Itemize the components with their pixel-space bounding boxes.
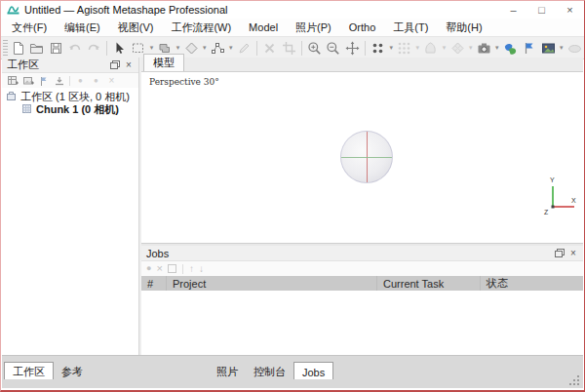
workspace-panel-titlebar: 工作区 × xyxy=(2,58,138,73)
job-detach-icon xyxy=(168,264,176,273)
select-arrow-icon[interactable] xyxy=(110,38,129,58)
edit-vertices-icon[interactable] xyxy=(209,38,227,58)
jobs-column-project[interactable]: Project xyxy=(167,276,377,291)
menu-tools[interactable]: 工具(T) xyxy=(384,19,437,37)
title-bar: Untitled — Agisoft Metashape Professiona… xyxy=(1,1,584,19)
axis-y-label: Y xyxy=(550,176,555,183)
toolbar-separator xyxy=(301,41,302,56)
workspace-tree: 工作区 (1 区块, 0 相机) Chunk 1 (0 相机) xyxy=(2,88,138,356)
workspace-panel-title: 工作区 xyxy=(7,58,108,72)
workspace-close-icon[interactable]: × xyxy=(122,59,136,71)
jobs-column-status[interactable]: 状态 xyxy=(481,276,583,291)
axis-x-label: X xyxy=(571,197,576,204)
app-icon xyxy=(7,4,20,17)
zoom-in-icon[interactable] xyxy=(305,38,324,58)
object-selection-dropdown-icon[interactable]: ▾ xyxy=(175,44,182,52)
add-photos-icon[interactable] xyxy=(21,74,34,87)
bottom-dock: 工作区 参考 照片 控制台 Jobs xyxy=(2,355,583,388)
new-icon[interactable] xyxy=(9,38,27,58)
delete-icon xyxy=(260,38,279,58)
jobs-close-icon[interactable]: × xyxy=(566,247,580,259)
toolbar-grip[interactable] xyxy=(3,40,8,56)
minimize-button[interactable]: – xyxy=(499,1,527,19)
menu-bar: 文件(F) 编辑(E) 视图(V) 工作流程(W) Model 照片(P) Or… xyxy=(1,19,584,36)
toolbar-separator xyxy=(256,41,257,56)
draw-icon xyxy=(235,38,254,58)
jobs-panel-title: Jobs xyxy=(146,248,553,259)
menu-help[interactable]: 帮助(H) xyxy=(437,19,490,37)
toolbar-separator xyxy=(106,41,107,56)
remove-icon: × xyxy=(105,74,118,87)
main-toolbar: ▾ ▾ ▾ ▾ xyxy=(1,36,584,59)
menu-ortho[interactable]: Ortho xyxy=(340,20,385,35)
free-form-selection-dropdown-icon[interactable]: ▾ xyxy=(201,44,209,52)
workspace-node-icon xyxy=(6,91,17,103)
show-dense-cloud-dropdown-icon: ▾ xyxy=(414,44,422,52)
job-move-down-icon: ↓ xyxy=(199,264,204,274)
show-shapes-icon xyxy=(566,38,584,58)
jobs-table-header: # Project Current Task 状态 xyxy=(141,276,583,291)
tab-jobs[interactable]: Jobs xyxy=(293,362,333,379)
jobs-table-body[interactable] xyxy=(141,291,583,356)
window-controls: – □ × xyxy=(499,1,584,19)
close-button[interactable]: × xyxy=(556,1,584,19)
maximize-button[interactable]: □ xyxy=(527,1,556,19)
menu-model[interactable]: Model xyxy=(240,20,287,35)
tab-model[interactable]: 模型 xyxy=(143,54,184,71)
job-pause-icon: ● xyxy=(146,264,151,273)
toolbar-separator xyxy=(365,41,366,56)
menu-edit[interactable]: 编辑(E) xyxy=(56,19,109,37)
axis-z-dot xyxy=(552,206,555,209)
tree-item-chunk[interactable]: Chunk 1 (0 相机) xyxy=(2,103,138,116)
menu-view[interactable]: 视图(V) xyxy=(109,19,163,37)
show-mesh-dropdown-icon: ▾ xyxy=(441,44,448,52)
show-cameras-dropdown-icon[interactable]: ▾ xyxy=(493,44,501,52)
menu-file[interactable]: 文件(F) xyxy=(3,19,56,37)
show-aligned-chunks-icon[interactable] xyxy=(501,38,520,58)
workspace-float-icon[interactable] xyxy=(108,59,122,71)
show-tiled-model-dropdown-icon: ▾ xyxy=(467,44,475,52)
jobs-panel-titlebar: Jobs × xyxy=(141,246,583,261)
job-move-up-icon: ↑ xyxy=(189,264,194,274)
show-mesh-icon xyxy=(421,38,440,58)
import-icon[interactable] xyxy=(53,74,65,87)
window-title: Untitled — Agisoft Metashape Professiona… xyxy=(24,4,228,16)
perspective-overlay-label: Perspective 30° xyxy=(149,77,219,87)
resize-grip[interactable] xyxy=(569,374,580,385)
show-dense-cloud-icon xyxy=(395,38,413,58)
enable-icon: ● xyxy=(74,74,87,87)
add-chunk-icon[interactable] xyxy=(6,74,19,87)
tab-photos[interactable]: 照片 xyxy=(209,362,246,379)
free-form-selection-icon[interactable] xyxy=(181,38,200,58)
edit-vertices-dropdown-icon[interactable]: ▾ xyxy=(227,44,235,52)
zoom-out-icon[interactable] xyxy=(324,38,342,58)
jobs-float-icon[interactable] xyxy=(553,247,566,259)
jobs-column-number[interactable]: # xyxy=(141,276,167,291)
show-tiled-model-icon xyxy=(448,38,466,58)
jobs-column-current-task[interactable]: Current Task xyxy=(377,276,481,291)
axis-gizmo: Y X Z xyxy=(538,175,577,216)
show-images-dropdown-icon[interactable]: ▾ xyxy=(558,44,566,52)
crop-icon xyxy=(279,38,297,58)
show-cameras-icon[interactable] xyxy=(475,38,493,58)
show-point-cloud-icon[interactable] xyxy=(369,38,387,58)
show-images-icon[interactable] xyxy=(538,38,557,58)
jobs-panel: Jobs × ● × ↑ ↓ # Project Cu xyxy=(141,246,583,356)
rectangle-selection-dropdown-icon[interactable]: ▾ xyxy=(148,44,156,52)
model-sphere[interactable] xyxy=(340,131,393,183)
menu-photo[interactable]: 照片(P) xyxy=(287,19,340,37)
model-view-tabstrip: 模型 xyxy=(141,58,583,72)
add-marker-icon[interactable] xyxy=(37,74,50,87)
tab-reference[interactable]: 参考 xyxy=(54,362,91,379)
show-markers-icon[interactable] xyxy=(520,38,538,58)
show-point-cloud-dropdown-icon[interactable]: ▾ xyxy=(387,44,395,52)
tab-workspace[interactable]: 工作区 xyxy=(4,362,54,379)
menu-workflow[interactable]: 工作流程(W) xyxy=(162,19,240,37)
navigation-mode-icon[interactable] xyxy=(343,38,362,58)
tab-console[interactable]: 控制台 xyxy=(246,362,293,379)
redo-icon xyxy=(84,38,102,58)
jobs-toolbar-separator xyxy=(182,264,183,274)
open-icon[interactable] xyxy=(27,38,46,58)
save-icon[interactable] xyxy=(47,38,65,58)
model-viewport[interactable]: Perspective 30° Y X Z xyxy=(141,72,583,243)
